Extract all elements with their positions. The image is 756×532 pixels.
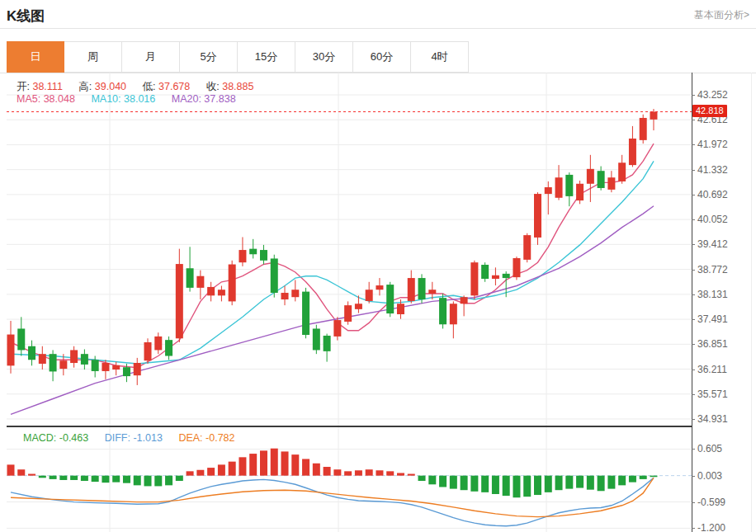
macd-axis-label: 0.605 (697, 443, 722, 454)
price-axis-tick (692, 294, 695, 295)
price-axis-label: 39.412 (697, 238, 728, 250)
price-axis-tick (692, 120, 695, 120)
open-value: 38.111 (32, 81, 62, 92)
tab-5min[interactable]: 5分 (180, 41, 238, 73)
title-divider (0, 28, 756, 29)
macd-readout: MACD: -0.463 DIFF: -1.013 DEA: -0.782 (23, 432, 248, 444)
high-value: 39.040 (95, 81, 126, 92)
dea-value: DEA: -0.782 (178, 432, 234, 444)
candlestick-chart[interactable] (7, 73, 692, 427)
diff-value: DIFF: -1.013 (105, 432, 163, 444)
price-axis-tick (692, 419, 695, 420)
ohlc-readout: 开: 38.111 高: 39.040 低: 37.678 收: 38.885 (17, 80, 267, 94)
price-axis-tick (692, 95, 695, 96)
price-axis-label: 38.772 (697, 264, 728, 275)
price-axis-label: 41.332 (697, 164, 728, 176)
price-axis-tick (692, 244, 695, 245)
macd-axis-tick (692, 449, 695, 450)
price-axis-label: 40.692 (697, 189, 728, 200)
tab-4hour[interactable]: 4时 (411, 41, 469, 73)
macd-axis-label: -1.200 (697, 522, 725, 532)
macd-value: MACD: -0.463 (23, 432, 88, 444)
tab-week[interactable]: 周 (64, 41, 122, 73)
price-axis-tick (692, 270, 695, 271)
tab-60min[interactable]: 60分 (353, 41, 411, 73)
price-axis-label: 36.211 (697, 364, 727, 375)
price-axis-tick (692, 394, 695, 395)
ma10-readout: MA10: 38.016 (91, 93, 155, 105)
price-axis-tick (692, 370, 695, 370)
price-axis-tick (692, 144, 695, 145)
price-axis-line (692, 73, 692, 532)
macd-axis-tick (692, 502, 695, 503)
price-axis-tick (692, 344, 695, 345)
macd-axis-label: 0.003 (697, 470, 722, 482)
price-axis-tick (692, 219, 695, 220)
price-axis-label: 38.131 (697, 289, 728, 300)
macd-axis-label: -0.599 (697, 497, 725, 508)
fundamental-analysis-link[interactable]: 基本面分析> (694, 8, 749, 22)
close-value: 38.885 (222, 81, 253, 92)
page-title: K线图 (7, 7, 45, 26)
last-price-tag: 42.818 (692, 105, 727, 117)
price-axis-label: 34.931 (697, 413, 728, 425)
price-axis-tick (692, 170, 695, 171)
price-axis-label: 37.491 (697, 313, 728, 325)
right-edge-border (751, 73, 752, 532)
price-axis-tick (692, 319, 695, 320)
ma5-readout: MA5: 38.048 (17, 93, 75, 105)
low-value: 37.678 (158, 81, 190, 92)
tab-month[interactable]: 月 (122, 41, 180, 73)
ma-readout: MA5: 38.048 MA10: 38.016 MA20: 37.838 (17, 93, 249, 105)
price-axis-label: 41.972 (697, 139, 728, 150)
interval-tabbar: 日 周 月 5分 15分 30分 60分 4时 (7, 41, 469, 73)
ma20-readout: MA20: 37.838 (172, 93, 236, 105)
tab-15min[interactable]: 15分 (238, 41, 295, 73)
macd-axis-tick (692, 528, 695, 529)
price-axis-label: 43.252 (697, 89, 728, 101)
price-axis-tick (692, 195, 695, 195)
price-axis-label: 35.571 (697, 388, 728, 400)
macd-axis-tick (692, 476, 695, 477)
price-axis-label: 40.052 (697, 214, 728, 225)
price-axis-label: 36.851 (697, 338, 728, 350)
tab-day[interactable]: 日 (7, 41, 64, 73)
tab-30min[interactable]: 30分 (295, 41, 353, 73)
kline-page: K线图 基本面分析> 日 周 月 5分 15分 30分 60分 4时 43.25… (0, 0, 756, 532)
